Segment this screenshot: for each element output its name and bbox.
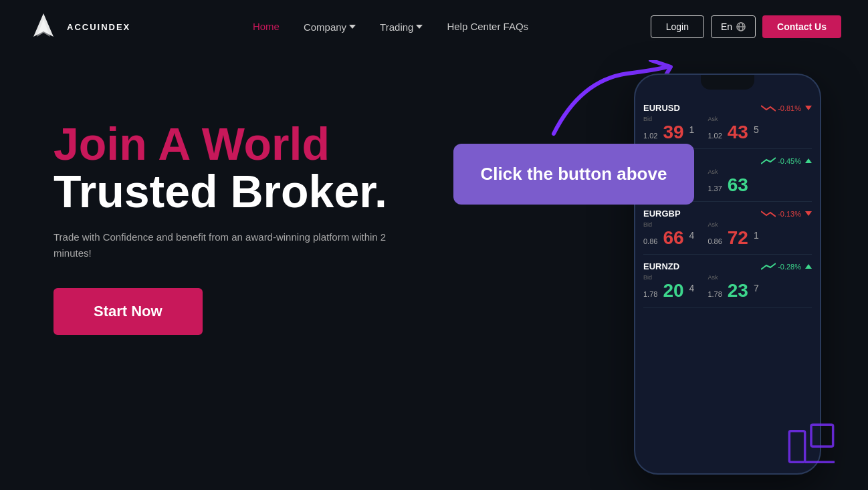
- pair-eurnzd: EURNZD: [643, 261, 679, 271]
- trade-row-eurnzd: EURNZD -0.28% Bid 1.78 20: [643, 255, 812, 308]
- contact-button[interactable]: Contact Us: [762, 15, 841, 38]
- hero-subtitle: Trade with Confidence and benefit from a…: [53, 229, 388, 261]
- nav-links: Home Company Trading Help Center FAQs: [253, 21, 528, 33]
- hero-left: Join A World Trusted Broker. Trade with …: [53, 67, 440, 335]
- hero-right: Click the button above EURUSD -0.81%: [440, 67, 841, 490]
- lang-button[interactable]: En: [711, 15, 756, 38]
- trade-row-eurgbp: EURGBP -0.13% Bid 0.86 66: [643, 202, 812, 255]
- phone-notch: [701, 75, 754, 90]
- nav-company[interactable]: Company: [304, 21, 356, 33]
- change-eurusd: -0.81%: [761, 104, 812, 112]
- change-eurgbp: -0.13%: [761, 210, 812, 218]
- pair-eurgbp: EURGBP: [643, 209, 681, 219]
- watermark-icon: [788, 423, 835, 470]
- login-button[interactable]: Login: [651, 15, 704, 38]
- tooltip-text: Click the button above: [473, 164, 674, 185]
- hero-section: Join A World Trusted Broker. Trade with …: [0, 53, 868, 490]
- phone-mockup: EURUSD -0.81% Bid 1.02 39: [634, 74, 821, 475]
- logo-text: ACCUINDEX: [67, 22, 130, 32]
- pair-eurusd: EURUSD: [643, 103, 680, 113]
- nav-trading[interactable]: Trading: [380, 21, 423, 33]
- hero-title-pink: Join A World: [53, 120, 440, 168]
- svg-rect-6: [811, 424, 833, 447]
- nav-help[interactable]: Help Center FAQs: [447, 21, 528, 33]
- change-eurnzd: -0.28%: [761, 263, 812, 271]
- trade-row-eurusd: EURUSD -0.81% Bid 1.02 39: [643, 96, 812, 149]
- tooltip-bubble: Click the button above: [453, 144, 694, 205]
- svg-rect-5: [789, 431, 804, 463]
- navbar: ACCUINDEX Home Company Trading Help Cent…: [0, 0, 868, 53]
- nav-actions: Login En Contact Us: [651, 15, 841, 38]
- hero-title-white: Trusted Broker.: [53, 168, 440, 215]
- start-now-button[interactable]: Start Now: [53, 288, 203, 335]
- change-eurcad: -0.45%: [761, 157, 812, 165]
- logo[interactable]: ACCUINDEX: [27, 10, 130, 43]
- nav-home[interactable]: Home: [253, 21, 280, 33]
